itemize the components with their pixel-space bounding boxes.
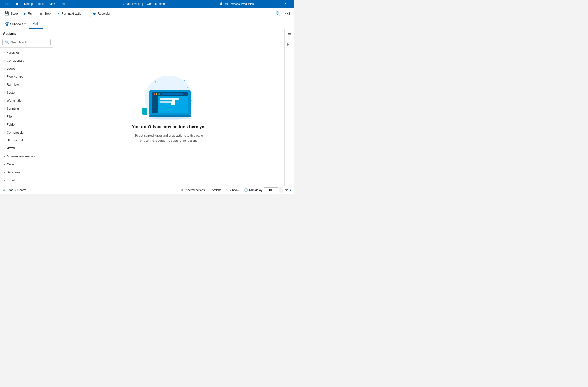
sidebar-item-label: Compression [7, 131, 25, 134]
layers-button[interactable] [286, 31, 293, 39]
close-button[interactable]: ✕ [280, 0, 291, 8]
sidebar-item-label: Excel [7, 163, 15, 166]
save-button[interactable]: 💾 Save [2, 10, 20, 17]
svg-rect-34 [288, 43, 291, 46]
image-button[interactable] [286, 41, 293, 48]
sidebar-item-label: File [7, 115, 12, 118]
actions-title: Actions [0, 29, 53, 37]
sidebar-item-system[interactable]: ›System [0, 89, 53, 97]
sidebar-item-excel[interactable]: ›Excel [0, 160, 53, 168]
svg-rect-2 [7, 22, 8, 23]
chevron-icon: › [4, 83, 5, 86]
toolbar: 💾 Save ▶ Run ⏹ Stop ⏭ Run next action ⏺ … [0, 8, 294, 19]
tab-main[interactable]: Main [29, 19, 43, 29]
svg-rect-23 [160, 98, 179, 100]
sidebar-item-conditionals[interactable]: ›Conditionals [0, 57, 53, 65]
svg-rect-29 [145, 104, 145, 109]
title-bar: File Edit Debug Tools View Help Create i… [0, 0, 294, 8]
window-controls[interactable]: ─ □ ✕ [257, 0, 291, 8]
svg-point-0 [220, 2, 222, 4]
chevron-icon: › [4, 115, 5, 118]
svg-rect-33 [288, 36, 291, 36]
menu-view[interactable]: View [47, 1, 57, 6]
svg-text:✦: ✦ [183, 79, 185, 82]
run-delay-group: 🕐 Run delay ▲ ▼ ms ℹ [244, 187, 291, 193]
recorder-icon: ⏺ [93, 12, 96, 16]
sidebar-item-compression[interactable]: ›Compression [0, 128, 53, 136]
sidebar-item-file[interactable]: ›File [0, 113, 53, 120]
menu-edit[interactable]: Edit [12, 1, 21, 6]
variables-panel-button[interactable]: {x} [283, 9, 292, 18]
chevron-icon: › [4, 171, 5, 174]
recorder-button[interactable]: ⏺ Recorder [90, 10, 113, 18]
spinner-up-button[interactable]: ▲ [279, 188, 283, 190]
user-icon [219, 2, 223, 6]
chevron-icon: › [4, 67, 5, 70]
canvas-area: ✦ ✦ ✦ ✦ ✦ [53, 29, 284, 186]
sidebar-item-label: HTTP [7, 147, 15, 150]
sidebar-item-label: Scripting [7, 107, 19, 110]
sidebar-item-label: Loops [7, 67, 15, 70]
svg-rect-27 [143, 103, 143, 109]
sidebar-item-label: Flow control [7, 75, 24, 78]
sidebar-item-database[interactable]: ›Database [0, 168, 53, 176]
sidebar-item-flow-control[interactable]: ›Flow control [0, 73, 53, 80]
image-icon [287, 42, 292, 47]
svg-rect-21 [152, 96, 158, 113]
svg-rect-20 [162, 93, 183, 95]
menu-file[interactable]: File [3, 1, 11, 6]
stop-label: Stop [44, 12, 51, 15]
sidebar-item-loops[interactable]: ›Loops [0, 65, 53, 73]
sidebar-item-label: Conditionals [7, 59, 24, 62]
menu-bar[interactable]: File Edit Debug Tools View Help [3, 1, 68, 6]
stop-button[interactable]: ⏹ Stop [37, 10, 53, 17]
search-box[interactable]: 🔍 [2, 39, 51, 45]
subflows-button[interactable]: Subflows ▾ [2, 19, 29, 29]
sidebar-item-folder[interactable]: ›Folder [0, 120, 53, 128]
global-search-button[interactable]: 🔍 [274, 9, 282, 18]
sidebar-item-label: Workstation [7, 99, 23, 102]
user-info: MS Personal Production [219, 2, 254, 6]
sidebar-item-http[interactable]: ›HTTP [0, 144, 53, 152]
chevron-icon: › [4, 155, 5, 158]
chevron-icon: › [4, 163, 5, 166]
save-label: Save [11, 12, 18, 15]
sidebar-item-scripting[interactable]: ›Scripting [0, 104, 53, 113]
sidebar-item-label: Variables [7, 51, 20, 54]
svg-point-18 [156, 93, 157, 95]
status-label: Status: Ready [7, 188, 26, 192]
sidebar-item-ui-automation[interactable]: ›UI automation [0, 136, 53, 144]
run-next-button[interactable]: ⏭ Run next action [54, 10, 85, 17]
spinner-down-button[interactable]: ▼ [279, 190, 283, 193]
sidebar-item-exchange[interactable]: ›Exchange [0, 184, 53, 186]
sidebar-item-workstation[interactable]: ›Workstation [0, 97, 53, 104]
status-circle-icon: ✔ [3, 188, 6, 192]
sidebar-item-variables[interactable]: ›Variables [0, 49, 53, 57]
maximize-button[interactable]: □ [268, 0, 279, 8]
menu-debug[interactable]: Debug [22, 1, 35, 6]
status-bar: ✔ Status: Ready 0 Selected actions 0 Act… [0, 186, 294, 194]
search-icon-small: 🔍 [5, 40, 9, 44]
sidebar-item-label: Email [7, 178, 15, 182]
svg-text:✦: ✦ [190, 99, 192, 102]
minimize-button[interactable]: ─ [257, 0, 268, 8]
sidebar-item-run-flow[interactable]: ›Run flow [0, 80, 53, 89]
layers-icon [287, 33, 292, 37]
chevron-icon: › [4, 147, 5, 150]
chevron-icon: › [4, 99, 5, 102]
sidebar-item-email[interactable]: ›Email [0, 176, 53, 184]
empty-state: ✦ ✦ ✦ ✦ ✦ [132, 72, 206, 143]
search-input[interactable] [11, 40, 48, 44]
svg-point-17 [153, 93, 155, 95]
run-delay-input[interactable] [264, 188, 278, 193]
subtitle-line2: or use the recorder to capture the actio… [140, 139, 198, 142]
svg-rect-26 [142, 108, 147, 115]
svg-rect-1 [5, 22, 6, 23]
sidebar-item-browser-automation[interactable]: ›Browser automation [0, 152, 53, 160]
run-button[interactable]: ▶ Run [21, 10, 36, 17]
status-items: 0 Selected actions 0 Actions 1 Subflow 🕐… [181, 187, 291, 193]
save-icon: 💾 [4, 11, 9, 16]
info-icon[interactable]: ℹ [290, 188, 291, 192]
menu-help[interactable]: Help [58, 1, 68, 6]
menu-tools[interactable]: Tools [36, 1, 46, 6]
